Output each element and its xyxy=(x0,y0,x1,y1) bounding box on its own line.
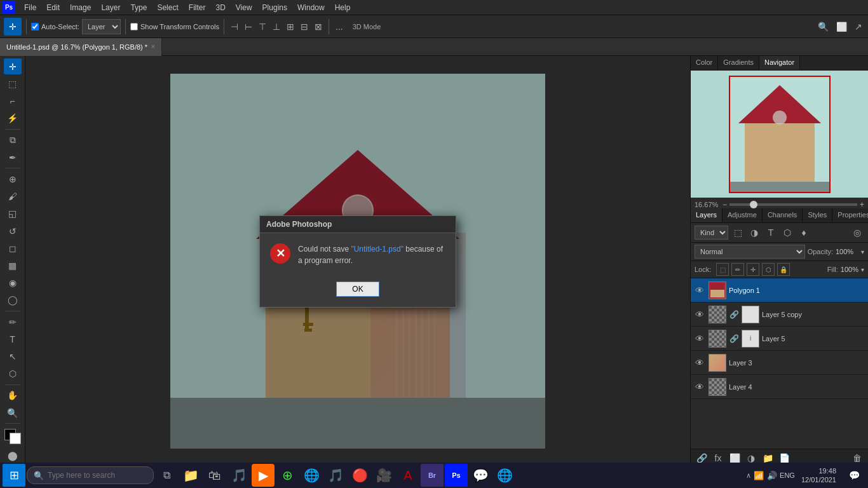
distribute-btn[interactable]: ⊠ xyxy=(313,20,324,33)
taskbar-search-input[interactable] xyxy=(48,471,137,480)
blend-mode-dropdown[interactable]: Normal Multiply Screen xyxy=(695,245,805,259)
taskbar-icon-pdf[interactable]: A xyxy=(397,464,419,487)
share-btn[interactable]: ↗ xyxy=(853,20,864,33)
align-center-v-btn[interactable]: ⊞ xyxy=(285,20,296,33)
tab-color[interactable]: Color xyxy=(691,56,718,70)
search-btn[interactable]: 🔍 xyxy=(816,20,831,33)
layer-item-layer3[interactable]: 👁 Layer 3 xyxy=(691,351,868,375)
canvas-area[interactable]: Adobe Photoshop ✕ Could not save "Untitl… xyxy=(25,56,690,466)
eyedropper-tool[interactable]: ✒ xyxy=(4,149,22,165)
layer-item-layer5[interactable]: 👁 🔗 i Layer 5 xyxy=(691,327,868,351)
healing-brush-tool[interactable]: ⊕ xyxy=(4,171,22,187)
lock-all-btn[interactable]: 🔒 xyxy=(777,263,790,276)
more-options-btn[interactable]: ... xyxy=(334,20,345,33)
tab-channels[interactable]: Channels xyxy=(763,208,803,222)
menu-3d[interactable]: 3D xyxy=(210,2,230,13)
auto-select-dropdown[interactable]: Layer Group xyxy=(82,19,121,34)
move-tool-btn[interactable]: ✛ xyxy=(4,18,22,36)
menu-filter[interactable]: Filter xyxy=(184,2,211,13)
taskbar-icon-red[interactable]: 🔴 xyxy=(348,464,371,487)
gradient-tool[interactable]: ▦ xyxy=(4,257,22,273)
magic-wand-tool[interactable]: ⚡ xyxy=(4,111,22,126)
lock-position-btn[interactable]: ✛ xyxy=(747,263,759,276)
tray-chevron[interactable]: ∧ xyxy=(746,471,751,480)
layer-item-polygon1[interactable]: 👁 Polygon 1 xyxy=(691,278,868,302)
menu-window[interactable]: Window xyxy=(292,2,330,13)
tab-styles[interactable]: Styles xyxy=(803,208,832,222)
layer-visibility-layer4[interactable]: 👁 xyxy=(693,381,706,393)
history-brush-tool[interactable]: ↺ xyxy=(4,223,22,239)
layer-item-layer5copy[interactable]: 👁 🔗 Layer 5 copy xyxy=(691,302,868,327)
filter-type-btn[interactable]: T xyxy=(764,226,778,240)
pen-tool[interactable]: ✏ xyxy=(4,314,22,330)
menu-image[interactable]: Image xyxy=(65,2,96,13)
taskbar-clock[interactable]: 19:48 12/01/2021 xyxy=(796,466,841,485)
move-tool[interactable]: ✛ xyxy=(4,58,22,74)
tray-volume[interactable]: 🔊 xyxy=(766,470,778,481)
align-center-h-btn[interactable]: ⊢ xyxy=(243,20,254,33)
taskbar-icon-green[interactable]: ⊕ xyxy=(276,464,299,487)
zoom-out-icon[interactable]: − xyxy=(722,200,727,209)
zoom-slider[interactable] xyxy=(729,203,857,206)
start-button[interactable]: ⊞ xyxy=(3,464,25,487)
active-tab[interactable]: Untitled-1.psd @ 16.7% (Polygon 1, RGB/8… xyxy=(0,38,162,56)
taskbar-icon-vlc[interactable]: 🎵 xyxy=(324,464,347,487)
taskbar-icon-zoom[interactable]: 🎥 xyxy=(372,464,395,487)
tab-properties[interactable]: Properties xyxy=(832,208,868,222)
menu-type[interactable]: Type xyxy=(125,2,152,13)
lasso-tool[interactable]: ⌐ xyxy=(4,93,22,109)
kind-dropdown[interactable]: Kind xyxy=(695,226,728,240)
taskbar-icon-store[interactable]: 🛍 xyxy=(203,464,226,487)
fill-value[interactable]: 100% xyxy=(841,266,858,273)
align-bottom-btn[interactable]: ⊟ xyxy=(299,20,310,33)
taskbar-icon-whatsapp[interactable]: 💬 xyxy=(469,464,492,487)
eraser-tool[interactable]: ◻ xyxy=(4,240,22,256)
menu-view[interactable]: View xyxy=(231,2,257,13)
taskbar-icon-chrome[interactable]: 🌐 xyxy=(493,464,516,487)
opacity-value[interactable]: 100% xyxy=(836,248,858,255)
dialog-ok-button[interactable]: OK xyxy=(336,281,379,297)
tab-adjustments[interactable]: Adjustme xyxy=(722,208,763,222)
taskbar-icon-music[interactable]: 🎵 xyxy=(227,464,250,487)
taskbar-icon-edge[interactable]: 🌐 xyxy=(300,464,323,487)
path-select-tool[interactable]: ↖ xyxy=(4,348,22,364)
tab-gradients[interactable]: Gradients xyxy=(718,56,759,70)
select-tool[interactable]: ⬚ xyxy=(4,76,22,92)
menu-select[interactable]: Select xyxy=(152,2,183,13)
background-color[interactable] xyxy=(10,433,21,444)
menu-plugins[interactable]: Plugins xyxy=(257,2,292,13)
brush-tool[interactable]: 🖌 xyxy=(4,188,22,204)
tab-layers[interactable]: Layers xyxy=(691,208,722,222)
shape-tool[interactable]: ⬡ xyxy=(4,366,22,382)
taskbar-icon-bridge[interactable]: Br xyxy=(421,464,444,487)
layer-visibility-layer3[interactable]: 👁 xyxy=(693,356,706,369)
filter-smart-btn[interactable]: ♦ xyxy=(797,226,811,240)
lock-transparent-btn[interactable]: ⬚ xyxy=(716,263,729,276)
filter-toggle-btn[interactable]: ◎ xyxy=(850,226,864,240)
tab-navigator[interactable]: Navigator xyxy=(759,56,800,70)
menu-layer[interactable]: Layer xyxy=(96,2,125,13)
type-tool[interactable]: T xyxy=(4,331,22,347)
zoom-tool[interactable]: 🔍 xyxy=(4,405,22,421)
lock-pixels-btn[interactable]: ✏ xyxy=(731,263,744,276)
taskbar-task-view[interactable]: ⧉ xyxy=(155,464,178,487)
taskbar-notification[interactable]: 💬 xyxy=(843,464,865,487)
menu-help[interactable]: Help xyxy=(330,2,356,13)
taskbar-search-box[interactable]: 🔍 xyxy=(27,466,154,484)
blur-tool[interactable]: ◉ xyxy=(4,275,22,291)
align-right-btn[interactable]: ⊤ xyxy=(257,20,268,33)
align-left-btn[interactable]: ⊣ xyxy=(229,20,240,33)
show-transform-checkbox[interactable] xyxy=(130,23,138,30)
layer-visibility-layer5copy[interactable]: 👁 xyxy=(693,308,706,321)
taskbar-icon-media[interactable]: ▶ xyxy=(252,464,275,487)
screen-mode-btn[interactable]: ⬜ xyxy=(834,20,849,33)
menu-file[interactable]: File xyxy=(19,2,41,13)
zoom-in-icon[interactable]: + xyxy=(860,200,864,209)
lock-artboard-btn[interactable]: ⬡ xyxy=(762,263,775,276)
filter-pixel-btn[interactable]: ⬚ xyxy=(731,226,745,240)
taskbar-icon-ps[interactable]: Ps xyxy=(445,464,468,487)
crop-tool[interactable]: ⧉ xyxy=(4,132,22,148)
layer-visibility-layer5[interactable]: 👁 xyxy=(693,332,706,345)
align-top-btn[interactable]: ⊥ xyxy=(271,20,282,33)
quick-mask-btn[interactable]: ⬤ xyxy=(4,448,22,464)
